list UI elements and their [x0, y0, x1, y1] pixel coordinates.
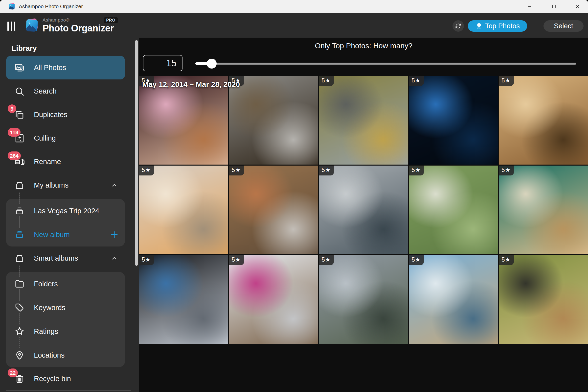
sidebar-item-culling[interactable]: 118Culling	[6, 126, 125, 150]
sidebar-group-smart-albums: FoldersKeywordsRatingsLocations	[6, 272, 125, 367]
slider-track[interactable]	[195, 62, 576, 64]
rating-badge: 5★	[409, 166, 424, 176]
photo-thumbnail[interactable]: 5★	[139, 166, 228, 254]
sidebar-item-folders[interactable]: Folders	[6, 272, 125, 296]
sidebar-item-recycle-bin[interactable]: 22Recycle bin	[6, 367, 125, 390]
top-photos-count-input[interactable]	[143, 55, 183, 71]
photo-thumbnail[interactable]: 5★	[139, 76, 228, 164]
plus-icon[interactable]	[110, 230, 119, 239]
photo-thumbnail[interactable]: 5★	[229, 255, 318, 344]
star-icon	[14, 326, 25, 337]
brand-company: Ashampoo®	[42, 17, 114, 23]
menu-icon[interactable]	[7, 22, 15, 31]
rating-badge: 5★	[229, 166, 244, 176]
window-titlebar[interactable]: Ashampoo Photo Organizer	[0, 0, 588, 13]
photo-thumbnail[interactable]: 5★	[499, 166, 588, 254]
sidebar-nav: All PhotosSearch9Duplicates118Culling284…	[6, 56, 131, 390]
app-window: Ashampoo Photo Organizer Ashampoo® Photo…	[0, 0, 588, 392]
count-badge: 284	[8, 152, 21, 160]
rating-badge: 5★	[499, 76, 514, 86]
sidebar-divider	[6, 390, 131, 391]
rating-badge: 5★	[319, 166, 334, 176]
app-header: Ashampoo® Photo Organizer PRO Top Photos…	[0, 13, 588, 38]
sidebar-item-smart-albums[interactable]: Smart albums	[6, 246, 125, 270]
sidebar-item-search[interactable]: Search	[6, 80, 125, 103]
album-icon	[14, 206, 25, 216]
sidebar-item-label: New album	[34, 231, 70, 239]
award-icon	[475, 22, 483, 30]
photo-thumbnail[interactable]: 5★	[409, 76, 498, 164]
photo-thumbnail[interactable]: 5★	[499, 76, 588, 164]
sidebar-item-las-vegas-trip-2024[interactable]: Las Vegas Trip 2024	[6, 199, 125, 223]
rating-badge: 5★	[229, 255, 244, 265]
minimize-button[interactable]	[524, 1, 535, 12]
photo-thumbnail[interactable]: 5★	[409, 166, 498, 254]
chevron-up-icon[interactable]	[110, 255, 118, 262]
sidebar-item-label: My albums	[34, 181, 68, 189]
select-label: Select	[554, 22, 573, 30]
sidebar-item-label: Locations	[34, 351, 64, 359]
photo-thumbnail[interactable]: 5★	[319, 76, 408, 164]
brand-block: Ashampoo® Photo Organizer PRO	[42, 17, 114, 34]
sidebar-item-label: Culling	[34, 134, 56, 142]
photo-thumbnail[interactable]: 5★	[229, 76, 318, 164]
sidebar-item-new-album[interactable]: New album	[6, 223, 125, 246]
sidebar-item-label: Las Vegas Trip 2024	[34, 207, 99, 215]
refresh-button[interactable]	[453, 20, 464, 32]
tag-icon	[14, 302, 25, 313]
folder-icon	[14, 278, 25, 289]
sidebar-item-label: Smart albums	[34, 254, 78, 262]
photo-thumbnail[interactable]: 5★	[499, 255, 588, 344]
albums-icon	[14, 180, 25, 191]
rating-badge: 5★	[139, 255, 154, 265]
photo-thumbnail[interactable]: 5★	[229, 166, 318, 254]
top-photos-slider[interactable]	[195, 59, 576, 68]
sidebar-item-keywords[interactable]: Keywords	[6, 296, 125, 320]
select-button[interactable]: Select	[544, 20, 584, 32]
sidebar-item-label: Recycle bin	[34, 375, 71, 383]
maximize-button[interactable]	[549, 1, 559, 12]
sidebar-item-label: Folders	[34, 280, 58, 288]
sidebar-item-label: Duplicates	[34, 110, 67, 119]
rating-badge: 5★	[319, 76, 334, 86]
rating-badge: 5★	[409, 255, 424, 265]
photo-grid: 5★5★5★5★5★5★5★5★5★5★5★5★5★5★5★	[139, 76, 588, 344]
sidebar-item-rename[interactable]: 284Rename	[6, 150, 125, 174]
sidebar-item-all-photos[interactable]: All Photos	[6, 56, 125, 80]
count-badge: 118	[8, 128, 20, 136]
sidebar-heading: Library	[12, 44, 131, 52]
sidebar-item-label: Ratings	[34, 328, 58, 336]
photos-icon	[14, 62, 25, 73]
sidebar-scrollbar[interactable]	[135, 40, 138, 266]
slider-thumb[interactable]	[207, 59, 217, 68]
photo-thumbnail[interactable]: 5★	[319, 166, 408, 254]
rating-badge: 5★	[139, 166, 154, 176]
window-title: Ashampoo Photo Organizer	[19, 4, 83, 10]
brand-product: Photo Organizer	[42, 23, 114, 34]
sidebar-item-label: Keywords	[34, 304, 65, 312]
close-button[interactable]	[572, 1, 583, 12]
rating-badge: 5★	[409, 76, 424, 86]
photo-thumbnail[interactable]: 5★	[139, 255, 228, 344]
top-photos-button[interactable]: Top Photos	[468, 20, 527, 32]
rating-badge: 5★	[319, 255, 334, 265]
photo-thumbnail[interactable]: 5★	[409, 255, 498, 344]
sidebar-item-label: Rename	[34, 158, 61, 166]
app-logo-icon	[25, 18, 39, 32]
top-photos-question: Only Top Photos: How many?	[139, 42, 588, 50]
top-photos-label: Top Photos	[485, 22, 520, 30]
chevron-up-icon[interactable]	[110, 182, 118, 189]
sidebar-item-label: All Photos	[34, 64, 66, 72]
count-badge: 22	[8, 368, 18, 377]
count-badge: 9	[8, 104, 16, 113]
sidebar-item-duplicates[interactable]: 9Duplicates	[6, 103, 125, 126]
app-logo-icon	[8, 3, 15, 10]
rating-badge: 5★	[499, 255, 514, 265]
date-range-overlay: May 12, 2014 – Mar 28, 2020	[142, 80, 240, 88]
sidebar-item-label: Search	[34, 87, 57, 95]
sidebar-item-my-albums[interactable]: My albums	[6, 174, 125, 197]
albums-icon	[14, 253, 25, 264]
photo-thumbnail[interactable]: 5★	[319, 255, 408, 344]
sidebar-item-ratings[interactable]: Ratings	[6, 320, 125, 343]
sidebar-item-locations[interactable]: Locations	[6, 343, 125, 367]
